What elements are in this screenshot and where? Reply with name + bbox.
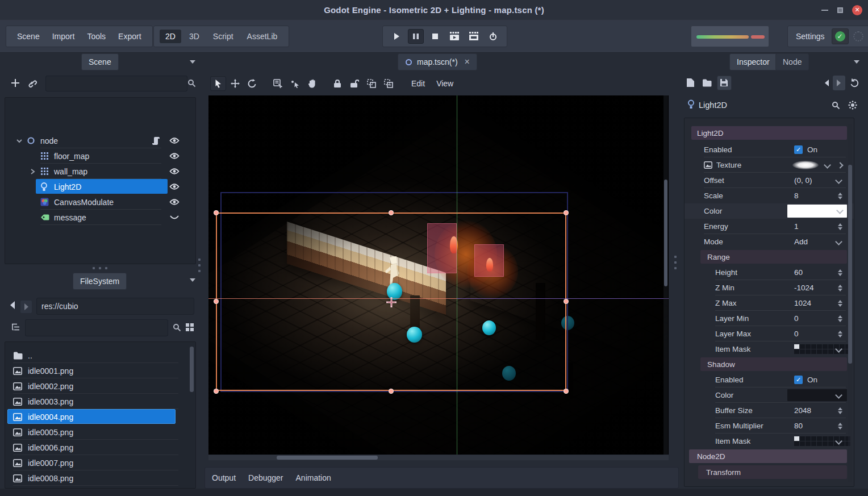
expand-chevron-icon[interactable] bbox=[30, 169, 35, 174]
select-tool-icon[interactable] bbox=[210, 76, 226, 91]
fs-filter-input[interactable] bbox=[25, 319, 168, 336]
viewport-hscrollbar-thumb[interactable] bbox=[277, 456, 378, 460]
visibility-eye-icon[interactable] bbox=[169, 152, 180, 160]
fs-item-idle0002[interactable]: idle0002.png bbox=[5, 378, 195, 394]
history-forward-button[interactable] bbox=[833, 76, 845, 90]
prop-value[interactable]: 1024 bbox=[794, 299, 811, 307]
instance-scene-icon[interactable] bbox=[27, 78, 37, 88]
viewport-hscrollbar[interactable] bbox=[208, 455, 669, 460]
tree-row-message[interactable]: message bbox=[5, 210, 195, 225]
tree-row-light2d[interactable]: Light2D bbox=[5, 179, 195, 194]
enabled-checkbox[interactable]: ✓ bbox=[794, 145, 803, 154]
play-button[interactable] bbox=[389, 29, 404, 44]
color-dropdown-icon[interactable] bbox=[836, 207, 844, 214]
group-range[interactable]: Range bbox=[700, 250, 847, 264]
prop-value[interactable]: -1024 bbox=[794, 284, 814, 292]
filesystem-menu-icon[interactable] bbox=[190, 278, 195, 282]
snap-select-tool-icon[interactable] bbox=[287, 76, 303, 91]
selection-handle[interactable] bbox=[214, 389, 219, 394]
spinbox-arrows-icon[interactable] bbox=[838, 407, 842, 414]
load-resource-icon[interactable] bbox=[702, 79, 712, 87]
tree-row-canvasmodulate[interactable]: CanvasModulate bbox=[5, 194, 195, 210]
selection-handle[interactable] bbox=[564, 210, 569, 215]
bottom-tab-animation[interactable]: Animation bbox=[296, 473, 331, 482]
tree-row-wall-map[interactable]: wall_map bbox=[5, 164, 195, 179]
selection-handle[interactable] bbox=[564, 299, 569, 304]
visibility-hidden-eye-icon[interactable] bbox=[169, 214, 180, 221]
spinbox-arrows-icon[interactable] bbox=[838, 423, 842, 430]
scene-dock-menu-icon[interactable] bbox=[190, 60, 195, 64]
fs-grid-view-icon[interactable] bbox=[185, 323, 194, 332]
tab-close-icon[interactable]: × bbox=[465, 57, 470, 67]
remote-debug-icon[interactable] bbox=[485, 29, 501, 44]
group-shadow[interactable]: Shadow bbox=[700, 357, 847, 371]
tree-row-node[interactable]: node bbox=[5, 133, 195, 148]
spinbox-arrows-icon[interactable] bbox=[838, 285, 842, 291]
color-swatch-white[interactable] bbox=[787, 205, 847, 218]
bottom-tab-output[interactable]: Output bbox=[212, 473, 236, 482]
unlock-tool-icon[interactable] bbox=[347, 76, 362, 91]
inspector-scrollbar-thumb[interactable] bbox=[848, 165, 852, 364]
play-scene-button[interactable] bbox=[446, 29, 462, 44]
rotate-tool-icon[interactable] bbox=[244, 76, 260, 91]
play-custom-scene-button[interactable] bbox=[466, 29, 482, 44]
spinbox-arrows-icon[interactable] bbox=[838, 223, 842, 230]
fs-item-idle0007[interactable]: idle0007.png bbox=[5, 455, 195, 470]
spinbox-arrows-icon[interactable] bbox=[838, 300, 842, 307]
save-resource-button[interactable] bbox=[717, 76, 732, 90]
texture-dropdown-icon[interactable] bbox=[824, 161, 831, 169]
selection-handle[interactable] bbox=[214, 210, 219, 215]
menu-export[interactable]: Export bbox=[113, 30, 146, 43]
fs-item-idle0004-selected[interactable]: idle0004.png bbox=[5, 409, 195, 424]
settings-button[interactable]: Settings bbox=[794, 32, 827, 41]
menu-import[interactable]: Import bbox=[47, 30, 80, 43]
spinbox-arrows-icon[interactable] bbox=[838, 269, 842, 276]
visibility-eye-icon[interactable] bbox=[169, 198, 180, 206]
group-tool-icon[interactable] bbox=[364, 76, 379, 91]
maximize-button[interactable] bbox=[837, 7, 843, 13]
fs-path-bar[interactable]: res://cubio bbox=[36, 298, 194, 315]
fs-scrollbar[interactable] bbox=[190, 347, 194, 392]
prop-value[interactable]: (0, 0) bbox=[794, 176, 812, 185]
dropdown-chevron-icon[interactable] bbox=[835, 238, 842, 245]
spinbox-arrows-icon[interactable] bbox=[838, 193, 842, 199]
visibility-eye-icon[interactable] bbox=[169, 168, 180, 175]
selection-handle[interactable] bbox=[564, 389, 569, 394]
scene-filter-input[interactable] bbox=[45, 76, 187, 91]
tab-filesystem[interactable]: FileSystem bbox=[73, 273, 127, 290]
menu-scene[interactable]: Scene bbox=[12, 30, 45, 43]
prop-value[interactable]: 1 bbox=[794, 222, 799, 231]
collapse-chevron-icon[interactable] bbox=[16, 138, 22, 144]
stop-button[interactable] bbox=[427, 29, 443, 44]
category-light2d[interactable]: Light2D bbox=[691, 126, 847, 140]
prop-value[interactable]: 2048 bbox=[794, 406, 811, 415]
version-ok-button[interactable]: ✓ bbox=[832, 28, 849, 44]
canvas-menu-edit[interactable]: Edit bbox=[406, 77, 430, 90]
fs-back-button[interactable] bbox=[9, 301, 16, 310]
dropdown-chevron-icon[interactable] bbox=[835, 177, 842, 184]
inspector-scrollbar[interactable] bbox=[848, 124, 852, 482]
prop-value[interactable]: 0 bbox=[794, 314, 799, 323]
add-node-button[interactable] bbox=[10, 78, 20, 88]
pan-tool-icon[interactable] bbox=[304, 76, 320, 91]
selection-handle[interactable] bbox=[389, 210, 394, 215]
group-transform[interactable]: Transform bbox=[698, 465, 847, 479]
fs-item-idle0006[interactable]: idle0006.png bbox=[5, 440, 195, 455]
list-select-tool-icon[interactable] bbox=[270, 76, 286, 91]
mode-3d[interactable]: 3D bbox=[183, 30, 205, 43]
bottom-tab-debugger[interactable]: Debugger bbox=[248, 473, 283, 482]
tab-inspector[interactable]: Inspector bbox=[729, 53, 777, 70]
script-icon[interactable] bbox=[152, 136, 160, 145]
prop-value[interactable]: 0 bbox=[794, 330, 799, 338]
fs-item-idle0001[interactable]: idle0001.png bbox=[5, 363, 195, 378]
history-back-icon[interactable] bbox=[824, 79, 829, 87]
close-button[interactable]: ✕ bbox=[852, 5, 862, 15]
fs-tree-toggle-icon[interactable] bbox=[11, 323, 21, 331]
mode-2d[interactable]: 2D bbox=[160, 30, 181, 43]
visibility-eye-icon[interactable] bbox=[169, 183, 180, 190]
tab-map-tscn[interactable]: map.tscn(*) × bbox=[398, 53, 477, 70]
fs-item-idle0003[interactable]: idle0003.png bbox=[5, 394, 195, 409]
shadow-enabled-checkbox[interactable]: ✓ bbox=[794, 376, 803, 384]
visibility-eye-icon[interactable] bbox=[169, 137, 180, 144]
fs-item-idle0005[interactable]: idle0005.png bbox=[5, 424, 195, 440]
